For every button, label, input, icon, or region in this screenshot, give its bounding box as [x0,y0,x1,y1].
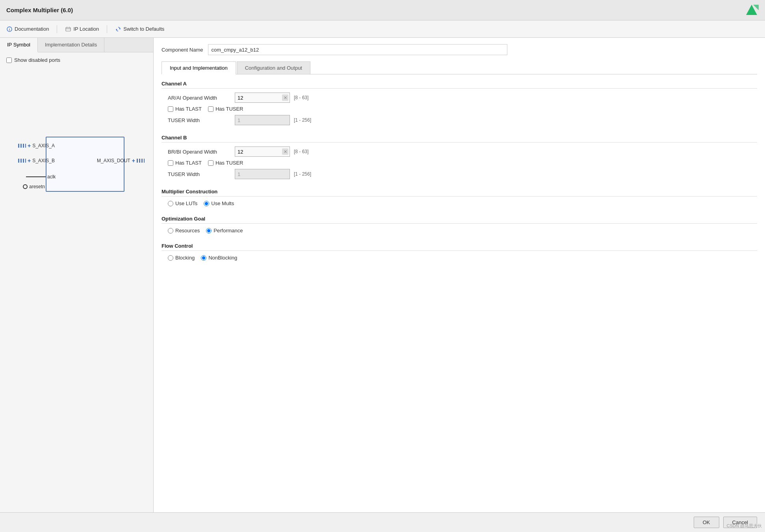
has-tuser-b-checkbox[interactable] [208,160,214,166]
right-tab-bar: Input and Implementation Configuration a… [162,61,757,74]
channel-a-has-tuser: Has TUSER [208,106,243,112]
br-bi-input[interactable] [238,149,273,155]
aresetn-label: aresetn [29,184,45,189]
channel-b-has-tlast: Has TLAST [168,160,202,166]
switch-defaults-button[interactable]: Switch to Defaults [115,26,164,32]
show-disabled-ports-label: Show disabled ports [14,57,60,63]
show-disabled-ports-row: Show disabled ports [6,57,147,63]
br-bi-input-wrapper: ✕ [235,146,290,157]
tuser-width-b-input[interactable] [238,171,285,177]
multiplier-construction-section: Multiplier Construction Use LUTs Use Mul… [162,189,757,209]
port-aresetn: aresetn [23,184,45,189]
port-connector-b [18,159,26,163]
main-content: IP Symbol Implementation Details Show di… [0,38,765,512]
blocking-option: Blocking [168,255,195,261]
use-luts-label: Use LUTs [175,200,197,206]
refresh-icon [115,26,121,32]
channel-b-has-tuser: Has TUSER [208,160,243,166]
s-axis-a-label: S_AXIS_A [32,143,55,148]
tab-ip-symbol[interactable]: IP Symbol [0,38,38,52]
s-axis-b-label: S_AXIS_B [32,158,55,163]
component-name-input[interactable] [208,44,507,55]
br-bi-label: BR/BI Operand Width [168,149,231,155]
show-disabled-ports-checkbox[interactable] [6,57,12,63]
channel-a-title: Channel A [162,81,757,89]
performance-radio[interactable] [206,228,212,234]
channel-b-checkbox-row: Has TLAST Has TUSER [162,160,757,166]
info-icon: i [6,26,13,32]
aclk-label: aclk [47,174,56,180]
flow-control-section: Flow Control Blocking NonBlocking [162,243,757,264]
ip-block [46,137,124,192]
tuser-width-a-row: TUSER Width [1 - 256] [162,115,757,125]
plus-icon-b: + [28,158,31,164]
flow-control-radio-row: Blocking NonBlocking [162,255,757,261]
ip-location-button[interactable]: IP Location [65,26,99,32]
toolbar-separator2 [107,25,107,33]
documentation-button[interactable]: i Documentation [6,26,49,32]
tuser-width-a-range: [1 - 256] [294,117,311,123]
use-luts-radio[interactable] [168,201,173,206]
port-connector-dout [137,159,145,163]
has-tlast-b-label: Has TLAST [175,160,202,166]
toolbar-separator [57,25,57,33]
component-name-row: Component Name [162,44,757,55]
location-icon [65,26,71,32]
nonblocking-label: NonBlocking [208,255,237,261]
ar-ai-input-wrapper: ✕ [235,93,290,103]
resources-radio[interactable] [168,228,173,234]
port-s-axis-b: + S_AXIS_B [18,158,55,164]
multiplier-construction-title: Multiplier Construction [162,189,757,196]
flow-control-title: Flow Control [162,243,757,251]
br-bi-range: [8 - 63] [294,149,308,154]
component-name-label: Component Name [162,47,203,53]
br-bi-clear-button[interactable]: ✕ [282,148,288,155]
left-panel-body: Show disabled ports + S_AXIS_A + S_AXIS_… [0,52,153,512]
tab-implementation-details[interactable]: Implementation Details [38,38,104,52]
tuser-width-a-input[interactable] [238,117,285,123]
left-panel: IP Symbol Implementation Details Show di… [0,38,154,512]
blocking-radio[interactable] [168,255,173,261]
port-m-axis-dout: M_AXIS_DOUT + [97,158,145,164]
use-mults-option: Use Mults [204,200,234,206]
ar-ai-input[interactable] [238,95,273,101]
svg-text:i: i [9,28,10,32]
use-mults-radio[interactable] [204,201,209,206]
switch-defaults-label: Switch to Defaults [123,26,164,32]
performance-option: Performance [206,228,243,234]
nonblocking-radio[interactable] [201,255,206,261]
has-tuser-a-checkbox[interactable] [208,106,214,112]
tab-input-implementation[interactable]: Input and Implementation [162,61,236,74]
plus-icon-dout: + [132,158,135,164]
use-luts-option: Use LUTs [168,200,197,206]
port-line-aclk [26,176,46,177]
optimization-goal-title: Optimization Goal [162,216,757,224]
ar-ai-range: [8 - 63] [294,95,308,100]
m-axis-dout-label: M_AXIS_DOUT [97,158,130,163]
optimization-goal-section: Optimization Goal Resources Performance [162,216,757,237]
port-circle-aresetn [23,184,28,189]
svg-marker-8 [119,28,120,30]
br-bi-operand-width-row: BR/BI Operand Width ✕ [8 - 63] [162,146,757,157]
watermark: CSDN @马思大伙 [727,523,762,529]
tab-configuration-output[interactable]: Configuration and Output [237,61,310,74]
channel-b-section: Channel B BR/BI Operand Width ✕ [8 - 63]… [162,135,757,182]
tuser-width-b-range: [1 - 256] [294,171,311,177]
svg-rect-4 [66,28,71,31]
location-label: IP Location [73,26,99,32]
multiplier-construction-radio-row: Use LUTs Use Mults [162,200,757,206]
ok-button[interactable]: OK [694,517,719,528]
optimization-goal-radio-row: Resources Performance [162,228,757,234]
ip-symbol-diagram: + S_AXIS_A + S_AXIS_B aclk areset [18,131,136,198]
ar-ai-clear-button[interactable]: ✕ [282,95,288,101]
resources-option: Resources [168,228,200,234]
ar-ai-label: AR/AI Operand Width [168,95,231,101]
title-bar: Complex Multiplier (6.0) [0,0,765,20]
has-tlast-a-checkbox[interactable] [168,106,173,112]
nonblocking-option: NonBlocking [201,255,237,261]
has-tlast-b-checkbox[interactable] [168,160,173,166]
has-tlast-a-label: Has TLAST [175,106,202,112]
tuser-width-a-label: TUSER Width [168,117,231,123]
port-s-axis-a: + S_AXIS_A [18,143,55,149]
svg-marker-9 [116,29,117,30]
